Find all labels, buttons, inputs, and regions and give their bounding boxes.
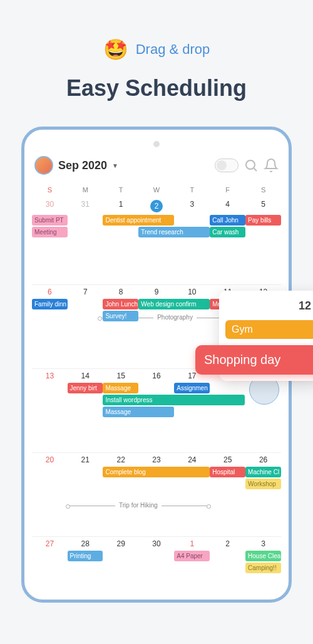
event-camping[interactable]: Camping!! — [245, 563, 281, 573]
event-install-wp[interactable]: Install wordpress — [103, 395, 245, 405]
highlight-toggle[interactable] — [215, 158, 239, 172]
avatar[interactable] — [34, 156, 53, 175]
event-jenny[interactable]: Jenny birt — [68, 383, 103, 393]
camera-dot — [153, 141, 160, 147]
event-workshop[interactable]: Workshop — [245, 479, 281, 489]
chevron-down-icon[interactable]: ▼ — [112, 162, 118, 169]
popover-event-gym[interactable]: Gym — [225, 320, 313, 339]
popover-date: 12 — [225, 297, 313, 315]
event-call-john[interactable]: Call John — [210, 215, 245, 226]
event-massage1[interactable]: Massage — [103, 383, 138, 393]
page-title: Easy Scheduling — [0, 75, 313, 101]
bell-icon[interactable] — [264, 158, 279, 173]
event-massage2[interactable]: Massage — [103, 407, 173, 417]
event-printing[interactable]: Printing — [68, 551, 103, 561]
event-submit-pt[interactable]: Submit PT — [32, 215, 68, 226]
event-blog[interactable]: Complete blog — [103, 467, 209, 477]
month-title[interactable]: Sep 2020 — [58, 159, 107, 172]
tagline: Drag & drop — [136, 41, 210, 58]
event-survey[interactable]: Survey! — [103, 311, 138, 321]
svg-point-0 — [246, 160, 255, 169]
event-a4paper[interactable]: A4 Paper — [174, 551, 210, 561]
svg-line-1 — [254, 169, 257, 172]
event-assignment[interactable]: Assignmen — [174, 383, 210, 393]
day-headers: SMTWTFS — [32, 182, 281, 197]
event-dentist[interactable]: Dentist appointment — [103, 215, 173, 226]
star-emoji: 🤩 — [103, 38, 128, 61]
event-carwash[interactable]: Car wash — [210, 227, 245, 237]
event-house[interactable]: House Clea — [245, 551, 281, 561]
week-4-dates[interactable]: 27282930123 — [32, 537, 281, 551]
popover-event-shopping[interactable]: Shopping day — [195, 345, 313, 375]
search-icon[interactable] — [244, 158, 259, 173]
span-hiking[interactable]: Trip for Hiking — [68, 506, 210, 514]
event-meeting[interactable]: Meeting — [32, 227, 68, 237]
event-webdesign[interactable]: Web design confirm — [138, 299, 209, 309]
event-paybills[interactable]: Pay bills — [245, 215, 281, 226]
week-3-dates[interactable]: 20212223242526 — [32, 453, 281, 467]
event-machine[interactable]: Machine Cl — [245, 467, 281, 477]
week-0-dates[interactable]: 303112345 — [32, 197, 281, 215]
day-popover[interactable]: 12 Gym Shopping day — [219, 291, 313, 381]
event-family-dinner[interactable]: Family dinn — [32, 299, 68, 309]
event-trend[interactable]: Trend research — [138, 227, 209, 237]
event-john-lunch[interactable]: John Lunch — [103, 299, 138, 309]
event-hospital[interactable]: Hospital — [210, 467, 245, 477]
